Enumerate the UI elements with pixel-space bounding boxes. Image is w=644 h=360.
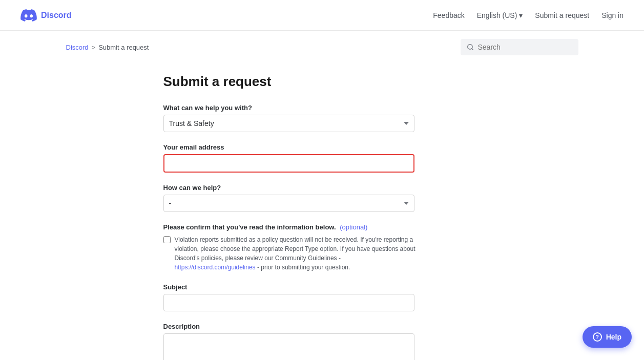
- email-label: Your email address: [163, 143, 481, 151]
- breadcrumb-separator: >: [92, 44, 96, 51]
- discord-logo[interactable]: Discord: [20, 9, 72, 22]
- confirm-checkbox[interactable]: [163, 236, 171, 243]
- language-selector[interactable]: English (US) ▾: [477, 11, 523, 19]
- header: Discord Feedback English (US) ▾ Submit a…: [0, 0, 644, 31]
- what-can-we-help-select[interactable]: Trust & Safety: [163, 115, 414, 132]
- help-label: Help: [606, 333, 621, 341]
- guidelines-link[interactable]: https://discord.com/guidelines: [175, 264, 256, 271]
- how-can-we-help-select[interactable]: -: [163, 195, 414, 212]
- sign-in-link[interactable]: Sign in: [601, 11, 624, 19]
- description-textarea[interactable]: [163, 333, 414, 360]
- confirm-checkbox-row: Violation reports submitted as a policy …: [163, 235, 481, 272]
- header-nav: Feedback English (US) ▾ Submit a request…: [433, 11, 624, 19]
- what-can-we-help-group: What can we help you with? Trust & Safet…: [163, 104, 481, 132]
- subject-input[interactable]: [163, 294, 414, 311]
- main-content: Submit a request What can we help you wi…: [143, 63, 502, 360]
- feedback-link[interactable]: Feedback: [433, 11, 464, 19]
- what-can-we-help-label: What can we help you with?: [163, 104, 481, 112]
- description-label: Description: [163, 323, 481, 330]
- confirm-optional: (optional): [340, 223, 367, 231]
- svg-line-1: [471, 49, 473, 50]
- confirm-description: Violation reports submitted as a policy …: [175, 235, 421, 272]
- discord-icon: [20, 9, 37, 22]
- email-group: Your email address: [163, 143, 481, 173]
- page-title: Submit a request: [163, 74, 481, 90]
- submit-request-nav-link[interactable]: Submit a request: [535, 11, 589, 19]
- logo-text: Discord: [41, 11, 72, 20]
- subject-group: Subject: [163, 283, 481, 311]
- search-icon: [467, 44, 474, 51]
- confirm-group: Please confirm that you've read the info…: [163, 223, 481, 272]
- help-button[interactable]: ? Help: [583, 326, 632, 348]
- breadcrumb-home[interactable]: Discord: [66, 44, 89, 51]
- search-box[interactable]: [461, 39, 578, 55]
- how-can-we-help-group: How can we help? -: [163, 184, 481, 212]
- description-group: Description: [163, 323, 481, 360]
- subject-label: Subject: [163, 283, 481, 291]
- breadcrumb: Discord > Submit a request: [66, 44, 149, 51]
- breadcrumb-search-row: Discord > Submit a request: [66, 31, 578, 63]
- search-input[interactable]: [478, 43, 572, 51]
- how-can-we-help-label: How can we help?: [163, 184, 481, 192]
- help-icon: ?: [593, 332, 602, 342]
- breadcrumb-current: Submit a request: [98, 44, 149, 51]
- confirm-label: Please confirm that you've read the info…: [163, 223, 481, 231]
- email-input[interactable]: [163, 154, 414, 173]
